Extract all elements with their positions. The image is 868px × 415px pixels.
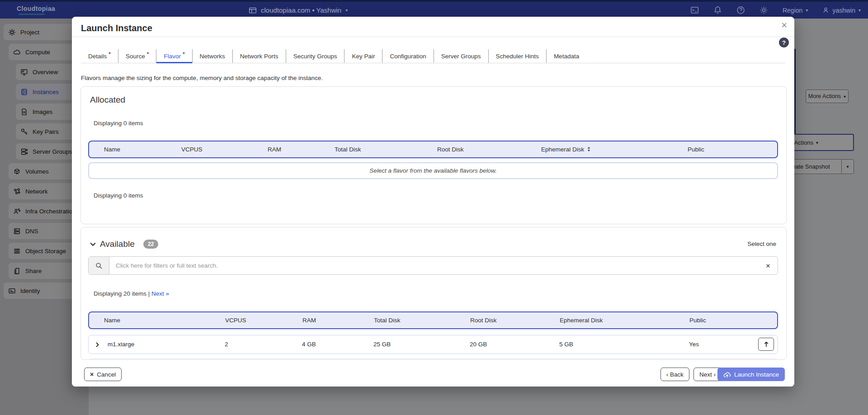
back-button[interactable]: ‹ Back (660, 368, 689, 381)
terminal-icon[interactable] (690, 6, 699, 14)
cancel-button[interactable]: × Cancel (84, 368, 122, 381)
breadcrumb-label: cloudtopiaa.com • Yashwin (261, 6, 341, 14)
wizard-tabs: Details*Source*Flavor*NetworksNetwork Po… (81, 49, 785, 63)
tab-server-groups[interactable]: Server Groups (434, 49, 488, 63)
chevron-down-icon: ▾ (345, 8, 348, 13)
available-count-text: Displaying 20 items (94, 290, 146, 297)
app-logo: Cloudtopiaa (17, 5, 55, 15)
required-asterisk: * (147, 51, 149, 57)
allocated-table-header: NameVCPUSRAMTotal DiskRoot DiskEphemeral… (88, 141, 778, 158)
launch-instance-button[interactable]: Launch Instance (717, 368, 785, 381)
column-header-vcpus[interactable]: VCPUS (181, 141, 203, 157)
pagination-separator: | (148, 290, 150, 297)
tab-label: Flavor (164, 53, 181, 60)
tab-flavor[interactable]: Flavor* (156, 49, 192, 63)
user-label: yashwin (832, 7, 855, 14)
tab-label: Key Pair (352, 53, 375, 60)
column-header-vcpus[interactable]: VCPUS (225, 312, 246, 328)
allocated-panel: Allocated Displaying 0 items NameVCPUSRA… (80, 86, 787, 224)
allocate-flavor-button[interactable] (758, 338, 774, 351)
required-asterisk: * (108, 51, 111, 57)
collapse-chevron-icon[interactable] (90, 241, 96, 250)
cell-root_disk: 20 GB (470, 335, 487, 353)
cell-vcpus: 2 (225, 335, 228, 353)
tab-label: Networks (200, 53, 225, 60)
help-icon[interactable]: ? (779, 38, 789, 47)
chevron-down-icon: ▾ (859, 8, 861, 13)
column-header-ram[interactable]: RAM (302, 312, 316, 328)
cell-name: m1.xlarge (108, 335, 134, 353)
back-label: ‹ Back (666, 371, 684, 378)
column-header-public[interactable]: Public (688, 141, 704, 157)
select-one-hint: Select one (747, 241, 776, 247)
search-icon[interactable] (89, 257, 109, 274)
help-circle-icon[interactable] (736, 6, 745, 14)
column-header-name[interactable]: Name (104, 312, 120, 328)
tab-key-pair[interactable]: Key Pair (344, 49, 382, 63)
column-header-ephemeral-disk[interactable]: Ephemeral Disk (560, 312, 603, 328)
bell-icon[interactable] (713, 6, 722, 14)
allocated-empty-row: Select a flavor from the available flavo… (88, 162, 778, 179)
arrow-up-icon (764, 341, 769, 347)
allocated-count-bottom: Displaying 0 items (94, 192, 143, 199)
modal-header-divider (72, 37, 794, 37)
tab-source[interactable]: Source* (118, 49, 156, 63)
app-logo-text: Cloudtopiaa (17, 5, 55, 12)
tab-label: Scheduler Hints (496, 53, 539, 60)
available-count: Displaying 20 items | Next » (94, 290, 169, 297)
tab-security-groups[interactable]: Security Groups (286, 49, 344, 63)
chevron-right-icon[interactable] (94, 341, 100, 349)
tab-networks[interactable]: Networks (192, 49, 232, 63)
tab-scheduler-hints[interactable]: Scheduler Hints (488, 49, 546, 63)
flavor-search-bar: × (88, 256, 778, 275)
column-header-ram[interactable]: RAM (268, 141, 281, 157)
domain-grid-icon (249, 6, 257, 14)
clear-search-icon[interactable]: × (759, 262, 778, 269)
column-header-total-disk[interactable]: Total Disk (374, 312, 401, 328)
region-label: Region (783, 7, 802, 14)
tab-configuration[interactable]: Configuration (382, 49, 433, 63)
column-header-name[interactable]: Name (104, 141, 120, 157)
next-page-link[interactable]: Next » (151, 290, 169, 297)
breadcrumb[interactable]: cloudtopiaa.com • Yashwin ▾ (249, 2, 348, 19)
region-dropdown[interactable]: Region ▾ (783, 7, 808, 14)
tab-metadata[interactable]: Metadata (546, 49, 586, 63)
available-table-header: NameVCPUSRAMTotal DiskRoot DiskEphemeral… (88, 311, 778, 329)
available-count-badge: 22 (143, 240, 158, 249)
app-logo-tagline (19, 14, 45, 15)
column-header-public[interactable]: Public (689, 312, 706, 328)
partial-next-row (88, 358, 778, 360)
modal-footer: × Cancel ‹ Back Next › Launch Instance (72, 363, 794, 387)
chevron-down-icon: ▾ (806, 8, 808, 13)
available-title: Available (100, 239, 135, 249)
launch-instance-modal: Launch Instance × ? Details*Source*Flavo… (72, 17, 794, 387)
cell-ram: 4 GB (302, 335, 316, 353)
column-header-root-disk[interactable]: Root Disk (470, 312, 497, 328)
column-header-ephemeral-disk[interactable]: Ephemeral Disk (541, 141, 591, 157)
tab-details[interactable]: Details* (81, 49, 118, 63)
allocated-title: Allocated (90, 95, 125, 105)
search-input[interactable] (109, 262, 759, 269)
cloud-upload-icon (723, 371, 731, 378)
cell-public: Yes (689, 335, 699, 353)
gear-icon[interactable] (760, 6, 768, 14)
user-dropdown[interactable]: yashwin ▾ (822, 7, 861, 14)
close-icon[interactable]: × (781, 19, 787, 31)
required-asterisk: * (183, 51, 185, 57)
tab-label: Server Groups (441, 53, 481, 60)
tab-label: Metadata (554, 53, 579, 60)
column-header-root-disk[interactable]: Root Disk (437, 141, 464, 157)
flavor-description: Flavors manage the sizing for the comput… (81, 75, 323, 81)
modal-title: Launch Instance (81, 23, 152, 33)
allocated-count-top: Displaying 0 items (94, 120, 143, 127)
tab-label: Security Groups (293, 53, 337, 60)
tab-label: Configuration (390, 53, 426, 60)
launch-instance-label: Launch Instance (734, 371, 779, 378)
flavor-row-m1.xlarge[interactable]: m1.xlarge24 GB25 GB20 GB5 GBYes (88, 335, 778, 354)
tab-label: Network Ports (240, 53, 278, 60)
tab-network-ports[interactable]: Network Ports (232, 49, 286, 63)
top-navbar: Cloudtopiaa cloudtopiaa.com • Yashwin ▾ … (0, 0, 868, 19)
user-icon (822, 7, 829, 14)
tab-label: Details (88, 53, 107, 60)
column-header-total-disk[interactable]: Total Disk (335, 141, 361, 157)
